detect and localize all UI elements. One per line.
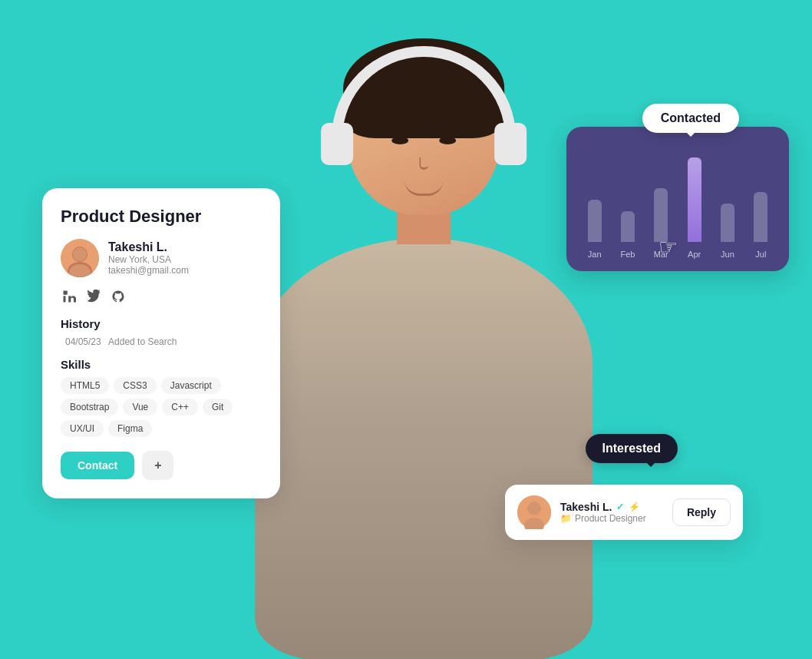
chart-labels: JanFebMarAprJunJul bbox=[582, 250, 774, 259]
profile-user-row: Takeshi L. New York, USA takeshi@gmail.c… bbox=[61, 239, 262, 277]
chart-bar bbox=[754, 192, 767, 242]
skills-tags: HTML5CSS3JavascriptBootstrapVueC++GitUX/… bbox=[61, 377, 262, 437]
interested-bubble: Interested bbox=[586, 434, 678, 463]
message-user-name: Takeshi L. bbox=[560, 501, 612, 513]
folder-icon: 📁 bbox=[560, 513, 572, 524]
skill-tag: C++ bbox=[162, 399, 198, 416]
chart-bar-group bbox=[615, 211, 640, 242]
message-avatar-svg bbox=[517, 495, 551, 529]
chart-bars bbox=[582, 142, 774, 242]
skills-label: Skills bbox=[61, 358, 262, 371]
check-icon: ✓ bbox=[616, 502, 624, 512]
skill-tag: Vue bbox=[123, 399, 157, 416]
chart-bar-group bbox=[582, 200, 607, 242]
chart-label: Jul bbox=[748, 250, 774, 259]
cursor-icon: ☞ bbox=[659, 234, 678, 260]
skill-tag: Git bbox=[203, 399, 233, 416]
reply-button[interactable]: Reply bbox=[672, 498, 731, 526]
twitter-icon[interactable] bbox=[85, 288, 102, 305]
user-name: Takeshi L. bbox=[108, 240, 189, 254]
message-avatar bbox=[517, 495, 551, 529]
chart-label: Jan bbox=[582, 250, 607, 259]
profile-card: Product Designer Takeshi L. New York, US… bbox=[42, 188, 280, 498]
github-icon[interactable] bbox=[110, 288, 127, 305]
linkedin-icon[interactable] bbox=[61, 288, 78, 305]
chart-bar bbox=[588, 200, 602, 242]
card-actions: Contact + bbox=[61, 451, 262, 480]
skill-tag: HTML5 bbox=[61, 377, 109, 394]
skill-tag: CSS3 bbox=[114, 377, 156, 394]
message-info: Takeshi L. ✓ ⚡ 📁 Product Designer bbox=[560, 501, 663, 524]
profile-user-info: Takeshi L. New York, USA takeshi@gmail.c… bbox=[108, 240, 189, 276]
chart-label: Feb bbox=[615, 250, 640, 259]
chart-card: JanFebMarAprJunJul bbox=[566, 127, 789, 271]
interested-label: Interested bbox=[602, 442, 661, 455]
contacted-label: Contacted bbox=[661, 111, 721, 124]
plus-button[interactable]: + bbox=[142, 451, 173, 480]
user-email: takeshi@gmail.com bbox=[108, 265, 189, 276]
bolt-icon: ⚡ bbox=[629, 502, 640, 512]
contact-button[interactable]: Contact bbox=[61, 452, 134, 479]
chart-bar bbox=[721, 204, 734, 242]
message-name-row: Takeshi L. ✓ ⚡ bbox=[560, 501, 663, 513]
user-location: New York, USA bbox=[108, 254, 189, 265]
skill-tag: Bootstrap bbox=[61, 399, 118, 416]
svg-point-8 bbox=[527, 502, 541, 515]
contacted-badge: Contacted bbox=[642, 104, 739, 133]
avatar-svg bbox=[61, 239, 99, 277]
history-date: 04/05/23 Added to Search bbox=[61, 336, 262, 347]
chart-bar-group bbox=[715, 204, 740, 242]
svg-rect-6 bbox=[64, 296, 66, 302]
avatar bbox=[61, 239, 99, 277]
skill-tag: UX/UI bbox=[61, 420, 104, 437]
profile-title: Product Designer bbox=[61, 207, 262, 227]
message-card: Takeshi L. ✓ ⚡ 📁 Product Designer Reply bbox=[505, 485, 743, 540]
chart-bar bbox=[688, 157, 701, 242]
history-label: History bbox=[61, 317, 262, 330]
chart-label: Jun bbox=[715, 250, 740, 259]
chart-bar bbox=[621, 211, 635, 242]
chart-bar-group bbox=[748, 192, 774, 242]
message-role: 📁 Product Designer bbox=[560, 513, 663, 524]
social-icons bbox=[61, 288, 262, 305]
chart-bar-group bbox=[682, 157, 707, 242]
svg-point-3 bbox=[73, 247, 87, 261]
skills-section: Skills HTML5CSS3JavascriptBootstrapVueC+… bbox=[61, 358, 262, 437]
chart-label: Apr bbox=[682, 250, 707, 259]
skill-tag: Javascript bbox=[161, 377, 221, 394]
svg-rect-5 bbox=[64, 291, 68, 295]
skill-tag: Figma bbox=[108, 420, 152, 437]
